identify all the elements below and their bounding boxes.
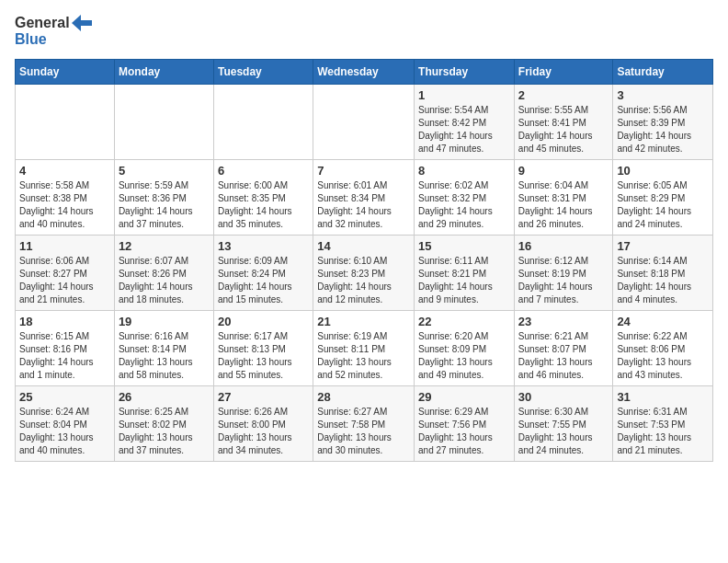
calendar-cell: 25Sunrise: 6:24 AM Sunset: 8:04 PM Dayli…	[16, 385, 115, 461]
day-number: 15	[418, 239, 510, 253]
day-number: 22	[418, 315, 510, 328]
day-info: Sunrise: 6:27 AM Sunset: 7:58 PM Dayligh…	[317, 406, 410, 457]
day-number: 9	[518, 164, 609, 178]
calendar-cell: 27Sunrise: 6:26 AM Sunset: 8:00 PM Dayli…	[213, 385, 313, 461]
calendar-cell: 8Sunrise: 6:02 AM Sunset: 8:32 PM Daylig…	[415, 159, 515, 235]
day-header-sunday: Sunday	[16, 59, 115, 84]
calendar-cell: 20Sunrise: 6:17 AM Sunset: 8:13 PM Dayli…	[213, 310, 313, 385]
day-number: 20	[218, 315, 309, 328]
calendar-header-row: SundayMondayTuesdayWednesdayThursdayFrid…	[16, 59, 713, 84]
calendar-cell: 2Sunrise: 5:55 AM Sunset: 8:41 PM Daylig…	[514, 84, 613, 159]
day-header-thursday: Thursday	[415, 59, 515, 84]
day-number: 21	[317, 315, 410, 328]
calendar-cell: 7Sunrise: 6:01 AM Sunset: 8:34 PM Daylig…	[313, 159, 415, 235]
day-number: 16	[518, 239, 609, 253]
day-info: Sunrise: 5:54 AM Sunset: 8:42 PM Dayligh…	[418, 104, 510, 155]
calendar-cell: 22Sunrise: 6:20 AM Sunset: 8:09 PM Dayli…	[415, 310, 515, 385]
day-number: 27	[218, 390, 309, 404]
calendar-cell: 16Sunrise: 6:12 AM Sunset: 8:19 PM Dayli…	[514, 235, 613, 310]
calendar-cell: 4Sunrise: 5:58 AM Sunset: 8:38 PM Daylig…	[16, 159, 115, 235]
day-info: Sunrise: 6:15 AM Sunset: 8:16 PM Dayligh…	[19, 330, 110, 382]
logo-general: General	[15, 15, 70, 31]
day-info: Sunrise: 6:16 AM Sunset: 8:14 PM Dayligh…	[119, 330, 210, 382]
day-info: Sunrise: 6:11 AM Sunset: 8:21 PM Dayligh…	[418, 255, 510, 306]
logo-svg: General Blue	[15, 15, 92, 48]
day-number: 28	[317, 390, 410, 404]
calendar-week-1: 1Sunrise: 5:54 AM Sunset: 8:42 PM Daylig…	[16, 84, 713, 159]
logo-arrow-icon	[72, 15, 92, 31]
day-number: 11	[19, 239, 110, 253]
day-number: 31	[617, 390, 709, 404]
calendar-cell: 30Sunrise: 6:30 AM Sunset: 7:55 PM Dayli…	[514, 385, 613, 461]
day-number: 12	[119, 239, 210, 253]
day-number: 1	[418, 88, 510, 102]
svg-marker-0	[72, 15, 92, 31]
day-number: 7	[317, 164, 410, 178]
calendar-cell: 19Sunrise: 6:16 AM Sunset: 8:14 PM Dayli…	[114, 310, 213, 385]
day-number: 8	[418, 164, 510, 178]
calendar-cell: 6Sunrise: 6:00 AM Sunset: 8:35 PM Daylig…	[213, 159, 313, 235]
day-number: 10	[617, 164, 709, 178]
day-info: Sunrise: 6:21 AM Sunset: 8:07 PM Dayligh…	[518, 330, 609, 382]
day-number: 29	[418, 390, 510, 404]
calendar-cell: 10Sunrise: 6:05 AM Sunset: 8:29 PM Dayli…	[613, 159, 713, 235]
day-header-tuesday: Tuesday	[213, 59, 313, 84]
calendar-cell: 14Sunrise: 6:10 AM Sunset: 8:23 PM Dayli…	[313, 235, 415, 310]
day-number: 26	[119, 390, 210, 404]
calendar-week-2: 4Sunrise: 5:58 AM Sunset: 8:38 PM Daylig…	[16, 159, 713, 235]
day-info: Sunrise: 6:00 AM Sunset: 8:35 PM Dayligh…	[218, 179, 309, 231]
calendar-cell	[313, 84, 415, 159]
day-info: Sunrise: 6:14 AM Sunset: 8:18 PM Dayligh…	[617, 255, 709, 306]
calendar-cell: 29Sunrise: 6:29 AM Sunset: 7:56 PM Dayli…	[415, 385, 515, 461]
day-info: Sunrise: 6:01 AM Sunset: 8:34 PM Dayligh…	[317, 179, 410, 231]
calendar-cell: 26Sunrise: 6:25 AM Sunset: 8:02 PM Dayli…	[114, 385, 213, 461]
day-header-monday: Monday	[114, 59, 213, 84]
day-number: 30	[518, 390, 609, 404]
day-info: Sunrise: 6:04 AM Sunset: 8:31 PM Dayligh…	[518, 179, 609, 231]
day-number: 13	[218, 239, 309, 253]
calendar-cell: 1Sunrise: 5:54 AM Sunset: 8:42 PM Daylig…	[415, 84, 515, 159]
calendar-cell: 12Sunrise: 6:07 AM Sunset: 8:26 PM Dayli…	[114, 235, 213, 310]
day-info: Sunrise: 6:30 AM Sunset: 7:55 PM Dayligh…	[518, 406, 609, 457]
day-info: Sunrise: 6:20 AM Sunset: 8:09 PM Dayligh…	[418, 330, 510, 382]
day-number: 4	[19, 164, 110, 178]
calendar-cell: 24Sunrise: 6:22 AM Sunset: 8:06 PM Dayli…	[613, 310, 713, 385]
calendar-week-5: 25Sunrise: 6:24 AM Sunset: 8:04 PM Dayli…	[16, 385, 713, 461]
calendar-table: SundayMondayTuesdayWednesdayThursdayFrid…	[15, 59, 713, 462]
day-header-wednesday: Wednesday	[313, 59, 415, 84]
day-header-saturday: Saturday	[613, 59, 713, 84]
day-number: 6	[218, 164, 309, 178]
calendar-cell: 28Sunrise: 6:27 AM Sunset: 7:58 PM Dayli…	[313, 385, 415, 461]
calendar-cell: 13Sunrise: 6:09 AM Sunset: 8:24 PM Dayli…	[213, 235, 313, 310]
calendar-week-3: 11Sunrise: 6:06 AM Sunset: 8:27 PM Dayli…	[16, 235, 713, 310]
calendar-cell: 17Sunrise: 6:14 AM Sunset: 8:18 PM Dayli…	[613, 235, 713, 310]
day-number: 24	[617, 315, 709, 328]
day-number: 18	[19, 315, 110, 328]
calendar-cell: 21Sunrise: 6:19 AM Sunset: 8:11 PM Dayli…	[313, 310, 415, 385]
day-number: 17	[617, 239, 709, 253]
day-number: 5	[119, 164, 210, 178]
day-info: Sunrise: 5:55 AM Sunset: 8:41 PM Dayligh…	[518, 104, 609, 155]
day-number: 2	[518, 88, 609, 102]
day-info: Sunrise: 6:02 AM Sunset: 8:32 PM Dayligh…	[418, 179, 510, 231]
calendar-cell: 23Sunrise: 6:21 AM Sunset: 8:07 PM Dayli…	[514, 310, 613, 385]
day-number: 3	[617, 88, 709, 102]
day-info: Sunrise: 6:05 AM Sunset: 8:29 PM Dayligh…	[617, 179, 709, 231]
day-info: Sunrise: 6:06 AM Sunset: 8:27 PM Dayligh…	[19, 255, 110, 306]
calendar-week-4: 18Sunrise: 6:15 AM Sunset: 8:16 PM Dayli…	[16, 310, 713, 385]
day-number: 19	[119, 315, 210, 328]
day-info: Sunrise: 6:24 AM Sunset: 8:04 PM Dayligh…	[19, 406, 110, 457]
day-info: Sunrise: 5:56 AM Sunset: 8:39 PM Dayligh…	[617, 104, 709, 155]
day-info: Sunrise: 6:19 AM Sunset: 8:11 PM Dayligh…	[317, 330, 410, 382]
logo-blue: Blue	[15, 31, 47, 48]
calendar-cell: 9Sunrise: 6:04 AM Sunset: 8:31 PM Daylig…	[514, 159, 613, 235]
calendar-cell: 15Sunrise: 6:11 AM Sunset: 8:21 PM Dayli…	[415, 235, 515, 310]
calendar-cell	[213, 84, 313, 159]
day-info: Sunrise: 5:59 AM Sunset: 8:36 PM Dayligh…	[119, 179, 210, 231]
day-info: Sunrise: 6:17 AM Sunset: 8:13 PM Dayligh…	[218, 330, 309, 382]
logo: General Blue	[15, 15, 92, 48]
calendar-cell: 5Sunrise: 5:59 AM Sunset: 8:36 PM Daylig…	[114, 159, 213, 235]
calendar-cell: 31Sunrise: 6:31 AM Sunset: 7:53 PM Dayli…	[613, 385, 713, 461]
calendar-cell	[16, 84, 115, 159]
day-info: Sunrise: 6:25 AM Sunset: 8:02 PM Dayligh…	[119, 406, 210, 457]
